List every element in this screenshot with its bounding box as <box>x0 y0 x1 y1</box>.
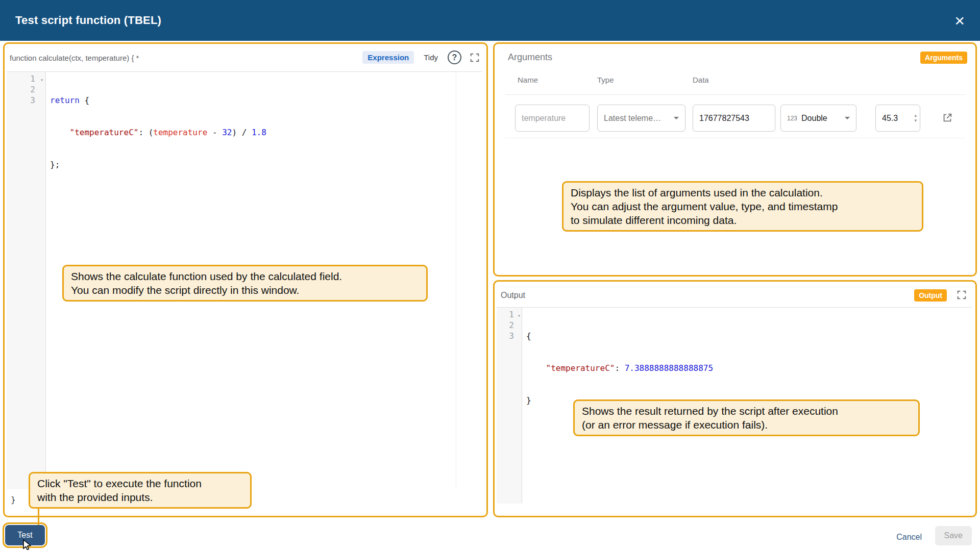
dropdown-arrow-icon <box>845 117 850 119</box>
fullscreen-icon[interactable] <box>469 52 480 63</box>
dialog-title: Test script function (TBEL) <box>15 14 161 27</box>
code-line: "temperatureC": 7.3888888888888875 <box>526 363 971 373</box>
callout-connector <box>38 508 39 525</box>
column-ruler <box>456 72 456 489</box>
fullscreen-icon[interactable] <box>956 289 967 300</box>
row-divider <box>505 138 965 138</box>
output-callout: Shows the result returned by the script … <box>573 399 920 436</box>
save-button[interactable]: Save <box>935 526 972 545</box>
dropdown-arrow-icon <box>674 117 679 119</box>
column-header-type: Type <box>597 76 614 84</box>
argument-timestamp-input[interactable] <box>693 105 775 132</box>
fold-marker-icon[interactable]: ▾ <box>518 310 521 321</box>
editor-callout: Shows the calculate function used by the… <box>62 265 428 302</box>
arguments-title: Arguments <box>508 52 552 63</box>
line-number: 1 ▾ <box>7 73 45 84</box>
argument-type-select[interactable]: Latest teleme… <box>597 105 685 132</box>
code-line: }; <box>50 159 482 170</box>
line-number: 3 <box>7 95 45 106</box>
line-number: 3 <box>497 331 522 341</box>
line-number-gutter: 1 ▾ 2 3 <box>497 308 522 504</box>
editor-toolbar: Expression Tidy ? <box>362 51 480 64</box>
test-button[interactable]: Test <box>5 525 45 545</box>
output-chip: Output <box>914 289 947 302</box>
tidy-button[interactable]: Tidy <box>422 52 440 63</box>
output-panel: Output Output 1 ▾ 2 3 { "temperatureC": … <box>493 280 977 517</box>
line-number-gutter: 1 ▾ 2 3 <box>7 72 46 489</box>
code-line: return { <box>50 95 482 106</box>
close-button[interactable]: × <box>951 12 968 29</box>
argument-name-input[interactable] <box>515 105 590 132</box>
open-in-new-icon[interactable] <box>942 112 953 123</box>
script-editor-panel: function calculate(ctx, temperature) { *… <box>3 42 488 517</box>
help-icon[interactable]: ? <box>448 51 461 64</box>
test-script-dialog: Test script function (TBEL) × function c… <box>0 0 980 551</box>
number-type-icon: 123 <box>787 115 797 122</box>
expression-chip: Expression <box>362 51 414 64</box>
column-header-name: Name <box>518 76 538 84</box>
arguments-chip: Arguments <box>920 52 967 64</box>
closing-brace: } <box>11 495 16 505</box>
code-line: { <box>526 331 971 341</box>
function-signature: function calculate(ctx, temperature) { * <box>10 54 139 62</box>
output-title: Output <box>501 291 525 300</box>
dialog-header: Test script function (TBEL) × <box>0 0 980 41</box>
stepper-down-icon[interactable]: ▾ <box>914 119 917 122</box>
stepper-up-icon[interactable]: ▴ <box>914 114 917 117</box>
test-callout: Click "Test" to execute the function wit… <box>29 472 252 509</box>
line-number: 2 <box>497 320 522 331</box>
value-stepper[interactable]: ▴ ▾ <box>914 114 917 122</box>
argument-value-input[interactable]: ▴ ▾ <box>875 105 920 132</box>
line-number: 2 <box>7 84 45 95</box>
code-line: "temperatureC": (temperature - 32) / 1.8 <box>50 127 482 138</box>
close-icon: × <box>954 11 965 30</box>
table-header-divider <box>505 94 965 95</box>
fold-marker-icon[interactable]: ▾ <box>40 74 43 85</box>
column-header-data: Data <box>693 76 709 84</box>
cancel-button[interactable]: Cancel <box>891 530 927 545</box>
arguments-panel: Arguments Arguments Name Type Data Lates… <box>493 42 977 277</box>
arguments-callout: Displays the list of arguments used in t… <box>562 181 923 232</box>
line-number: 1 ▾ <box>497 309 522 320</box>
value-type-select[interactable]: 123 Double <box>780 105 856 132</box>
